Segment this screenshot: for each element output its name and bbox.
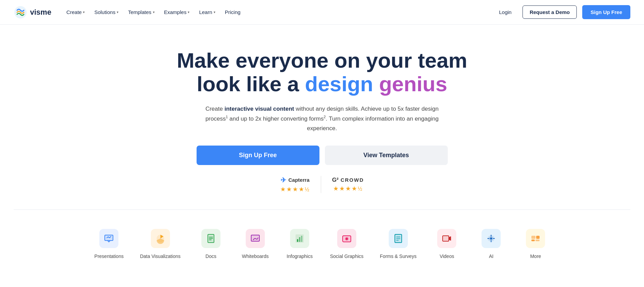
ai-svg <box>486 233 497 244</box>
hero-subtitle: Create interactive visual content withou… <box>203 104 442 133</box>
svg-rect-19 <box>396 238 400 239</box>
infographics-svg <box>294 233 305 244</box>
social-icon-bg <box>337 229 356 248</box>
svg-point-25 <box>490 237 492 240</box>
nav-links: Create ▾ Solutions ▾ Templates ▾ Example… <box>62 6 244 18</box>
social-graphics-label: Social Graphics <box>330 254 363 259</box>
svg-rect-18 <box>396 236 400 237</box>
category-forms-surveys[interactable]: Forms & Surveys <box>372 223 425 264</box>
whiteboards-icon-bg <box>246 229 265 248</box>
forms-svg <box>393 233 404 244</box>
videos-label: Videos <box>440 254 454 259</box>
g2-icon: G² <box>332 177 339 183</box>
nav-learn[interactable]: Learn ▾ <box>195 6 219 18</box>
category-docs[interactable]: Docs <box>189 223 233 264</box>
svg-point-26 <box>491 235 492 236</box>
navbar: visme Create ▾ Solutions ▾ Templates ▾ E… <box>0 0 644 25</box>
docs-icon-bg <box>201 229 220 248</box>
signup-nav-button[interactable]: Sign Up Free <box>582 5 630 19</box>
chevron-icon: ▾ <box>188 10 189 14</box>
svg-rect-9 <box>297 239 298 242</box>
presentations-icon-bg <box>99 229 118 248</box>
category-videos[interactable]: Videos <box>425 223 469 264</box>
cta-buttons: Sign Up Free View Templates <box>197 146 448 165</box>
nav-examples[interactable]: Examples ▾ <box>160 6 194 18</box>
login-button[interactable]: Login <box>493 6 517 18</box>
whiteboards-label: Whiteboards <box>242 254 269 259</box>
docs-svg <box>205 233 216 244</box>
more-label: More <box>530 254 541 259</box>
videos-icon-bg <box>437 229 456 248</box>
ai-label: AI <box>489 254 493 259</box>
svg-rect-27 <box>531 236 535 239</box>
svg-rect-30 <box>535 240 540 241</box>
more-icon-bg <box>526 229 545 248</box>
chevron-icon: ▾ <box>214 10 215 14</box>
svg-rect-28 <box>536 236 540 239</box>
category-social-graphics[interactable]: Social Graphics <box>322 223 372 264</box>
chevron-icon: ▾ <box>117 10 118 14</box>
category-whiteboards[interactable]: Whiteboards <box>233 223 277 264</box>
category-infographics[interactable]: Infographics <box>277 223 322 264</box>
nav-templates[interactable]: Templates ▾ <box>124 6 158 18</box>
nav-left: visme Create ▾ Solutions ▾ Templates ▾ E… <box>14 5 245 19</box>
docs-label: Docs <box>205 254 216 259</box>
category-ai[interactable]: AI <box>469 223 513 264</box>
g2-label: CROWD <box>341 177 364 183</box>
request-demo-button[interactable]: Request a Demo <box>523 5 577 19</box>
nav-solutions[interactable]: Solutions ▾ <box>90 6 123 18</box>
chevron-icon: ▾ <box>83 10 85 14</box>
g2-stars: ★★★★½ <box>333 185 363 192</box>
logo-icon <box>14 5 27 19</box>
category-data-visualizations[interactable]: Data Visualizations <box>132 223 189 264</box>
chevron-icon: ▾ <box>153 10 155 14</box>
category-grid: Presentations Data Visualizations <box>20 223 624 264</box>
rating-divider <box>321 176 321 193</box>
forms-surveys-label: Forms & Surveys <box>380 254 416 259</box>
whiteboards-svg <box>250 233 261 244</box>
capterra-stars: ★★★★½ <box>280 186 310 193</box>
category-presentations[interactable]: Presentations <box>86 223 132 264</box>
nav-create[interactable]: Create ▾ <box>62 6 89 18</box>
capterra-rating: ✈ Capterra ★★★★½ <box>280 176 310 193</box>
hero-title: Make everyone on your team look like a d… <box>177 49 467 96</box>
infographics-label: Infographics <box>287 254 313 259</box>
svg-rect-29 <box>531 240 535 241</box>
logo[interactable]: visme <box>14 5 51 19</box>
ratings: ✈ Capterra ★★★★½ G² CROWD ★★★★½ <box>280 176 364 193</box>
category-more[interactable]: More <box>513 223 558 264</box>
videos-svg <box>441 233 452 244</box>
svg-point-15 <box>346 238 348 240</box>
capterra-icon: ✈ <box>281 176 286 184</box>
presentations-svg <box>103 233 114 244</box>
hero-section: Make everyone on your team look like a d… <box>0 25 644 282</box>
presentations-label: Presentations <box>95 254 124 259</box>
svg-rect-11 <box>301 236 302 242</box>
svg-rect-10 <box>299 237 300 242</box>
logo-text: visme <box>30 8 51 17</box>
nav-right: Login Request a Demo Sign Up Free <box>493 5 630 19</box>
data-icon-bg <box>151 229 170 248</box>
nav-pricing[interactable]: Pricing <box>221 6 245 18</box>
data-visualizations-label: Data Visualizations <box>140 254 181 259</box>
svg-rect-20 <box>396 240 399 241</box>
svg-rect-1 <box>105 235 113 241</box>
categories-section: Presentations Data Visualizations <box>14 209 630 271</box>
view-templates-button[interactable]: View Templates <box>325 146 448 165</box>
capterra-label: Capterra <box>288 177 310 183</box>
more-svg <box>530 233 541 244</box>
forms-icon-bg <box>389 229 408 248</box>
infographics-icon-bg <box>290 229 309 248</box>
signup-hero-button[interactable]: Sign Up Free <box>197 146 319 165</box>
g2-rating: G² CROWD ★★★★½ <box>332 177 364 192</box>
data-svg <box>155 233 166 244</box>
svg-rect-21 <box>443 236 449 241</box>
ai-icon-bg <box>482 229 501 248</box>
social-svg <box>341 233 352 244</box>
